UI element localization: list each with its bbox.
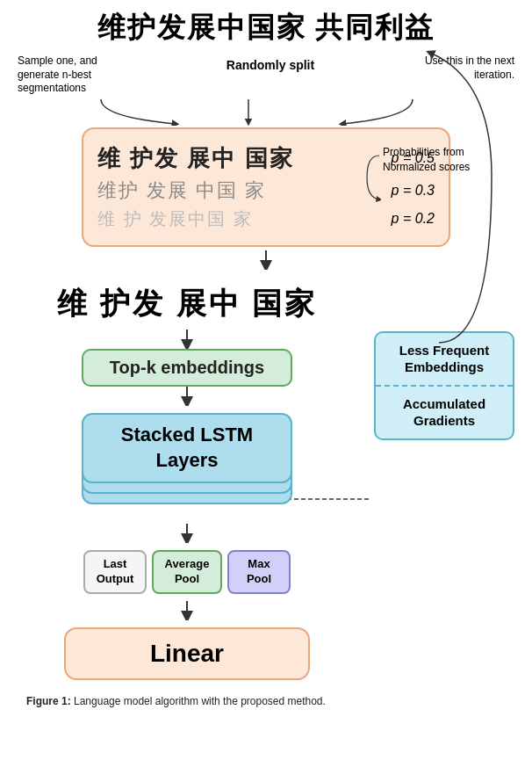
max-pool-box: Max Pool <box>227 550 291 594</box>
title: 维护发展中国家 共同利益 <box>18 9 514 47</box>
linear-box: Linear <box>64 627 310 680</box>
seg-prob-3: p = 0.2 <box>392 211 435 227</box>
arrow-chinese-to-topk <box>174 330 200 349</box>
lstm-label: Stacked LSTMLayers <box>121 423 253 473</box>
seg-row-2: 维护 发展 中国 家 p = 0.3 <box>97 177 435 204</box>
selected-segmentation: 维 护发 展中 国家 <box>57 284 317 324</box>
last-output-box: Last Output <box>83 550 147 594</box>
lstm-layer-1: Stacked LSTMLayers <box>82 413 292 483</box>
lstm-stack: Stacked LSTMLayers <box>82 413 292 510</box>
seg-text-1: 维 护发 展中 国家 <box>97 143 294 174</box>
figure-caption: Figure 1: Language model algorithm with … <box>18 687 514 709</box>
topk-box: Top-k embeddings <box>82 349 292 387</box>
right-column: Less Frequent Embeddings Accumulated Gra… <box>374 331 514 440</box>
prob-annotation: Probabilities from Normalized scores <box>383 145 497 175</box>
caption-text: Language model algorithm with the propos… <box>74 695 326 707</box>
annotation-center: Randomly split <box>226 58 314 72</box>
main-area: 维 护发 展中 国家 Top-k embeddings <box>18 279 514 687</box>
arrow-lstm-to-pool <box>174 524 200 543</box>
arrow-seg-to-chinese <box>18 250 514 270</box>
less-frequent-embeddings: Less Frequent Embeddings <box>376 333 513 387</box>
arrow-pool-to-linear <box>174 601 200 620</box>
arrow-topk-to-lstm <box>174 387 200 406</box>
seg-text-2: 维护 发展 中国 家 <box>97 177 266 204</box>
prob-arrow-svg <box>363 147 381 208</box>
seg-prob-2: p = 0.3 <box>392 183 435 199</box>
diagram: 维护发展中国家 共同利益 Sample one, and generate n-… <box>0 0 532 726</box>
caption-label: Figure 1: <box>26 695 74 707</box>
left-column: 维 护发 展中 国家 Top-k embeddings <box>18 279 356 687</box>
average-pool-box: Average Pool <box>152 550 222 594</box>
pool-row: Last Output Average Pool Max Pool <box>83 550 291 594</box>
seg-text-3: 维 护 发展中国 家 <box>97 207 253 231</box>
prob-annotation-text: Probabilities from Normalized scores <box>383 145 497 175</box>
top-annotations: Sample one, and generate n-best segmenta… <box>18 54 514 96</box>
annotation-right: Use this in the next iteration. <box>409 54 514 82</box>
right-info-box: Less Frequent Embeddings Accumulated Gra… <box>374 331 514 440</box>
seg-row-3: 维 护 发展中国 家 p = 0.2 <box>97 207 435 231</box>
accumulated-gradients: Accumulated Gradients <box>376 387 513 438</box>
top-arrows-svg <box>0 99 532 126</box>
annotation-left: Sample one, and generate n-best segmenta… <box>18 54 132 96</box>
